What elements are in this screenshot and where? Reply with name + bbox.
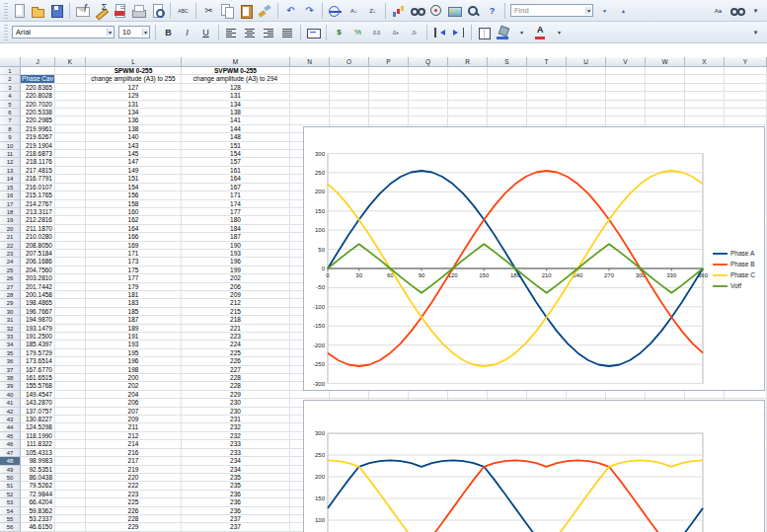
cell-L22[interactable]: 169 <box>86 242 182 250</box>
cell-L26[interactable]: 177 <box>86 274 182 282</box>
cell-K9[interactable] <box>55 133 86 141</box>
cell-M52[interactable]: 236 <box>182 491 290 498</box>
cell-K48[interactable] <box>55 457 86 465</box>
cell-M43[interactable]: 231 <box>182 416 290 423</box>
cell-M5[interactable]: 134 <box>182 101 290 109</box>
cell-K16[interactable] <box>55 191 86 199</box>
cell-K11[interactable] <box>55 150 86 158</box>
cell-T7[interactable] <box>527 116 567 124</box>
chart-object-svpwm[interactable]: 0501001502002503000306090120150180210240… <box>303 400 765 532</box>
cell-J14[interactable]: 216.7791 <box>21 175 55 183</box>
cell-L53[interactable]: 225 <box>86 498 182 506</box>
row-header-9[interactable]: 9 <box>0 133 21 141</box>
cell-Y5[interactable] <box>725 101 767 109</box>
cell-P1[interactable] <box>369 67 409 75</box>
cell-J19[interactable]: 212.2816 <box>21 216 55 224</box>
cell-K31[interactable] <box>55 316 86 324</box>
cell-J1[interactable] <box>21 67 55 75</box>
cell-J2[interactable]: Phase Cav <box>21 75 55 83</box>
cell-Y1[interactable] <box>725 67 767 75</box>
cell-L15[interactable]: 154 <box>86 184 182 191</box>
save-icon[interactable] <box>48 3 65 19</box>
row-header-23[interactable]: 23 <box>0 250 21 258</box>
cell-J22[interactable]: 208.8050 <box>21 242 55 250</box>
cell-L55[interactable]: 228 <box>86 515 182 523</box>
font-size-combo[interactable]: 10▾ <box>118 26 150 38</box>
cell-L5[interactable]: 131 <box>86 101 182 109</box>
cell-L36[interactable]: 196 <box>86 357 182 365</box>
font-color-icon[interactable] <box>532 25 549 40</box>
cut-icon[interactable]: ✂ <box>200 3 217 19</box>
chevron-down-icon[interactable]: ▾ <box>142 29 148 36</box>
row-header-27[interactable]: 27 <box>0 283 21 291</box>
cell-W6[interactable] <box>646 109 685 116</box>
cell-Q40[interactable] <box>409 391 448 399</box>
cell-M20[interactable]: 184 <box>182 225 290 233</box>
cell-T40[interactable] <box>527 391 567 399</box>
cell-J16[interactable]: 215.1765 <box>21 191 55 199</box>
cell-J37[interactable]: 167.6770 <box>21 366 55 374</box>
cell-M23[interactable]: 193 <box>182 250 290 258</box>
cell-Y4[interactable] <box>725 92 767 100</box>
cell-J20[interactable]: 211.1870 <box>21 225 55 233</box>
cell-J30[interactable]: 196.7667 <box>21 308 55 316</box>
cell-Q4[interactable] <box>409 92 448 100</box>
cell-M31[interactable]: 218 <box>182 316 290 324</box>
cell-R5[interactable] <box>448 101 488 109</box>
cell-M14[interactable]: 164 <box>182 175 290 183</box>
cell-M51[interactable]: 235 <box>182 482 290 490</box>
cell-U4[interactable] <box>567 92 606 100</box>
cell-K12[interactable] <box>55 158 86 166</box>
match-case-icon[interactable]: Aa <box>710 3 727 19</box>
row-header-14[interactable]: 14 <box>0 175 21 183</box>
cell-L4[interactable]: 129 <box>86 92 182 100</box>
chevron-down-icon[interactable]: ▾ <box>107 29 113 36</box>
row-header-43[interactable]: 43 <box>0 416 21 423</box>
cell-K45[interactable] <box>55 432 86 440</box>
row-header-30[interactable]: 30 <box>0 308 21 316</box>
cell-L25[interactable]: 175 <box>86 266 182 274</box>
cell-V2[interactable] <box>606 75 646 83</box>
cell-K29[interactable] <box>55 299 86 307</box>
row-header-45[interactable]: 45 <box>0 432 21 440</box>
cell-L40[interactable]: 204 <box>86 391 182 399</box>
cell-K32[interactable] <box>55 325 86 333</box>
cell-L2[interactable]: change amplitude (A3) to 255 <box>86 75 182 83</box>
paste-icon[interactable] <box>238 3 255 19</box>
cell-J12[interactable]: 218.1176 <box>21 158 55 166</box>
toolbar-options-icon[interactable]: ▾ <box>747 3 764 19</box>
cell-J24[interactable]: 206.1686 <box>21 258 55 266</box>
cell-Y40[interactable] <box>725 391 767 399</box>
cell-Y2[interactable] <box>725 75 767 83</box>
cell-P2[interactable] <box>369 75 409 83</box>
cell-K52[interactable] <box>55 491 86 498</box>
cell-J33[interactable]: 191.2500 <box>21 333 55 341</box>
cell-R3[interactable] <box>448 84 488 92</box>
row-header-38[interactable]: 38 <box>0 374 21 382</box>
cell-L42[interactable]: 207 <box>86 408 182 416</box>
cell-L30[interactable]: 185 <box>86 308 182 316</box>
cell-L17[interactable]: 158 <box>86 200 182 208</box>
column-header-M[interactable]: M <box>182 57 290 67</box>
cell-M55[interactable]: 237 <box>182 515 290 523</box>
cell-W2[interactable] <box>646 75 685 83</box>
row-header-46[interactable]: 46 <box>0 440 21 448</box>
cell-X5[interactable] <box>685 101 725 109</box>
cell-P4[interactable] <box>369 92 409 100</box>
column-header-W[interactable]: W <box>646 57 685 67</box>
new-document-icon[interactable] <box>11 3 28 19</box>
find-and-replace-icon[interactable] <box>729 3 745 19</box>
cell-K54[interactable] <box>55 507 86 515</box>
cell-J34[interactable]: 185.4397 <box>21 341 55 348</box>
cell-L10[interactable]: 143 <box>86 142 182 150</box>
cell-Y3[interactable] <box>725 84 767 92</box>
cell-K53[interactable] <box>55 498 86 506</box>
font-name-combo[interactable]: Arial▾ <box>12 26 115 38</box>
row-header-34[interactable]: 34 <box>0 341 21 348</box>
format-paintbrush-icon[interactable] <box>257 3 273 19</box>
background-color-dropdown-icon[interactable]: ▾ <box>513 25 530 40</box>
cell-L32[interactable]: 189 <box>86 325 182 333</box>
cell-M8[interactable]: 144 <box>182 125 290 133</box>
cell-J47[interactable]: 105.4313 <box>21 449 55 457</box>
row-header-25[interactable]: 25 <box>0 266 21 274</box>
